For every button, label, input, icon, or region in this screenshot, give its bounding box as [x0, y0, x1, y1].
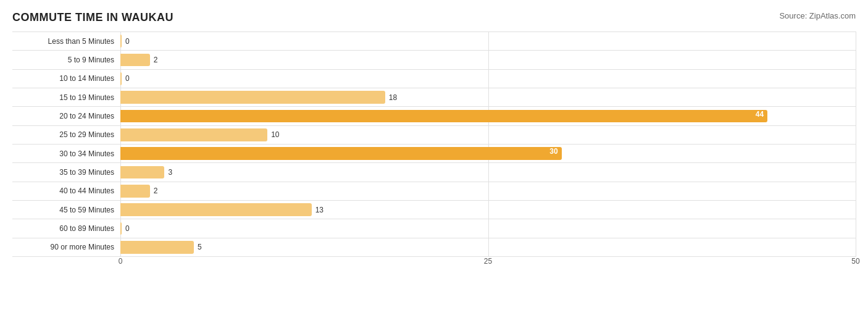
bar-track: 2 [120, 185, 856, 198]
bar-fill [120, 91, 385, 104]
bar-fill [120, 35, 122, 48]
bar-label: 60 to 89 Minutes [12, 224, 120, 233]
bar-row: 5 to 9 Minutes2 [12, 50, 856, 69]
bar-track: 5 [120, 241, 856, 254]
bar-track: 30 [120, 147, 856, 160]
bar-track: 13 [120, 203, 856, 216]
bar-row: 35 to 39 Minutes3 [12, 162, 856, 181]
x-tick: 0 [119, 257, 123, 266]
bar-fill: 44 [120, 110, 767, 123]
bar-value-outside: 18 [389, 93, 397, 102]
chart-source: Source: ZipAtlas.com [779, 11, 856, 20]
bar-row: 25 to 29 Minutes10 [12, 125, 856, 144]
bar-fill [120, 241, 194, 254]
bar-track: 0 [120, 222, 856, 235]
chart-title: COMMUTE TIME IN WAUKAU [12, 11, 173, 24]
bar-track: 0 [120, 72, 856, 85]
bar-row: 15 to 19 Minutes18 [12, 88, 856, 106]
bar-label: Less than 5 Minutes [12, 37, 120, 46]
bar-value-outside: 10 [271, 130, 279, 139]
bar-value-inside: 44 [756, 110, 764, 119]
bar-value-outside: 2 [154, 187, 158, 195]
chart-container: COMMUTE TIME IN WAUKAU Source: ZipAtlas.… [0, 0, 868, 323]
bar-label: 90 or more Minutes [12, 243, 120, 251]
grid-line [856, 31, 856, 257]
bar-value-outside: 2 [154, 56, 158, 64]
bar-label: 45 to 59 Minutes [12, 206, 120, 214]
bar-label: 35 to 39 Minutes [12, 168, 120, 177]
bar-track: 2 [120, 54, 856, 67]
bar-value-outside: 0 [125, 74, 130, 83]
bar-track: 0 [120, 35, 856, 48]
bar-track: 3 [120, 166, 856, 179]
bar-label: 10 to 14 Minutes [12, 74, 120, 83]
bar-track: 44 [120, 110, 856, 123]
bar-label: 5 to 9 Minutes [12, 56, 120, 64]
bar-value-inside: 30 [549, 147, 557, 156]
bar-row: 10 to 14 Minutes0 [12, 69, 856, 88]
x-tick: 50 [851, 257, 859, 266]
bar-row: 20 to 24 Minutes44 [12, 106, 856, 125]
bar-track: 18 [120, 91, 856, 104]
bar-label: 20 to 24 Minutes [12, 112, 120, 120]
bar-value-outside: 5 [198, 243, 202, 251]
bar-fill [120, 54, 150, 67]
bar-fill: 30 [120, 147, 562, 160]
bar-row: 40 to 44 Minutes2 [12, 182, 856, 200]
chart-header: COMMUTE TIME IN WAUKAU Source: ZipAtlas.… [12, 11, 856, 24]
bar-label: 15 to 19 Minutes [12, 93, 120, 102]
bar-value-outside: 13 [315, 206, 323, 214]
bar-track: 10 [120, 128, 856, 141]
bar-row: Less than 5 Minutes0 [12, 31, 856, 50]
bars-area: Less than 5 Minutes05 to 9 Minutes210 to… [12, 31, 856, 257]
bar-fill [120, 72, 122, 85]
bar-fill [120, 185, 150, 198]
bar-value-outside: 0 [125, 37, 130, 46]
bar-value-outside: 3 [168, 168, 172, 177]
bar-label: 25 to 29 Minutes [12, 130, 120, 139]
chart-body: Less than 5 Minutes05 to 9 Minutes210 to… [12, 31, 856, 275]
bar-fill [120, 128, 267, 141]
bar-fill [120, 203, 312, 216]
bar-row: 60 to 89 Minutes0 [12, 219, 856, 237]
bar-row: 45 to 59 Minutes13 [12, 200, 856, 219]
bar-row: 90 or more Minutes5 [12, 238, 856, 257]
x-tick: 25 [484, 257, 492, 266]
bar-value-outside: 0 [125, 224, 130, 233]
bar-label: 30 to 34 Minutes [12, 149, 120, 158]
bar-fill [120, 222, 122, 235]
x-axis: 02550 [120, 257, 856, 275]
bar-fill [120, 166, 164, 179]
bar-row: 30 to 34 Minutes30 [12, 144, 856, 162]
bar-label: 40 to 44 Minutes [12, 187, 120, 195]
